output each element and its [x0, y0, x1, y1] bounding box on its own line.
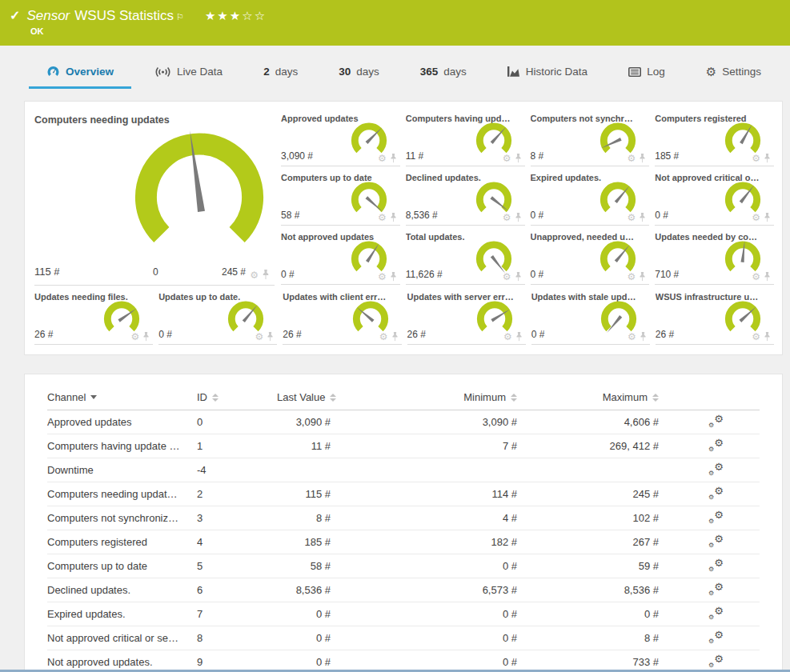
tab-label: Log [647, 66, 665, 78]
column-header-maximum[interactable]: Maximum [531, 386, 673, 410]
channel-name: Approved updates [47, 410, 197, 434]
gauge-tile[interactable]: Updates with stale upd…0 #⚙ [531, 286, 650, 345]
primary-gauge-tile[interactable]: Computers needing updates 115 # 0 245 # … [34, 108, 275, 286]
gauge-tile[interactable]: Computers having upd…11 #⚙ [406, 108, 525, 166]
tile-gear-icon[interactable]: ⚙ [627, 272, 636, 282]
gauge-tile[interactable]: Computers not synchr…8 #⚙ [531, 108, 650, 166]
channel-settings-icon[interactable]: ⚙⚙ [708, 438, 724, 452]
tile-gear-icon[interactable]: ⚙ [627, 154, 636, 163]
gauge-tile[interactable]: Updates up to date.0 #⚙ [158, 286, 277, 345]
table-row: Computers needing updat…2115 #114 #245 #… [47, 482, 760, 506]
gauge-tile[interactable]: Updates with client err…26 #⚙ [283, 286, 401, 345]
gauge-tile[interactable]: Computers up to date58 #⚙ [281, 167, 400, 226]
channel-settings-icon[interactable]: ⚙⚙ [708, 510, 724, 524]
table-row: Computers not synchroniz…38 #4 #102 #⚙⚙ [47, 506, 760, 530]
gauge-tile[interactable]: Not approved updates0 #⚙ [281, 226, 400, 285]
channel-settings-icon[interactable]: ⚙⚙ [708, 630, 724, 644]
tile-pin-icon[interactable] [639, 213, 646, 222]
minimum-value: 3,090 # [345, 410, 531, 434]
tile-pin-icon[interactable] [390, 272, 397, 282]
flag-icon[interactable]: ⚐ [176, 12, 184, 22]
tile-pin-icon[interactable] [142, 332, 150, 342]
tile-gear-icon[interactable]: ⚙ [752, 213, 760, 222]
tab-live-data[interactable]: Live Data [137, 66, 240, 89]
tile-pin-icon[interactable] [390, 213, 397, 222]
gauge-tile[interactable]: Total updates.11,626 #⚙ [406, 226, 525, 285]
column-header-last-value[interactable]: Last Value [277, 386, 345, 410]
column-header-channel[interactable]: Channel [47, 386, 197, 410]
gauge-value: 0 # [281, 269, 295, 280]
tab-historic-data[interactable]: Historic Data [490, 66, 605, 89]
tile-gear-icon[interactable]: ⚙ [752, 272, 760, 282]
tile-gear-icon[interactable]: ⚙ [752, 154, 760, 163]
tab-2-days[interactable]: 2days [246, 66, 315, 89]
gauge-tile[interactable]: Approved updates3,090 #⚙ [281, 108, 400, 166]
tile-gear-icon[interactable]: ⚙ [250, 270, 259, 280]
channel-settings-icon[interactable]: ⚙⚙ [708, 462, 724, 476]
column-header-actions [673, 386, 760, 410]
channel-settings-cell: ⚙⚙ [673, 602, 760, 626]
tile-pin-icon[interactable] [764, 272, 771, 282]
channel-settings-icon[interactable]: ⚙⚙ [708, 414, 724, 428]
gauge-tile[interactable]: Updates with server err…26 #⚙ [407, 286, 526, 345]
tab-30-days[interactable]: 30days [321, 66, 397, 89]
tile-gear-icon[interactable]: ⚙ [130, 332, 139, 342]
tile-gear-icon[interactable]: ⚙ [378, 272, 387, 282]
gauge-tile[interactable]: Declined updates.8,536 #⚙ [406, 167, 525, 226]
channel-settings-icon[interactable]: ⚙⚙ [708, 558, 724, 572]
tile-pin-icon[interactable] [267, 332, 274, 342]
sort-icon [212, 394, 219, 402]
tile-pin-icon[interactable] [764, 154, 771, 163]
tile-pin-icon[interactable] [515, 213, 522, 222]
tile-pin-icon[interactable] [390, 154, 397, 163]
tile-gear-icon[interactable]: ⚙ [752, 332, 760, 342]
tile-pin-icon[interactable] [515, 332, 523, 342]
gauge-tile[interactable]: Updates needing files.26 #⚙ [34, 286, 153, 345]
channel-settings-icon[interactable]: ⚙⚙ [708, 654, 724, 668]
tile-gear-icon[interactable]: ⚙ [503, 332, 512, 342]
star-rating[interactable]: ★★★☆☆ [205, 9, 267, 23]
channel-id: 2 [197, 482, 277, 506]
minimum-value: 0 # [345, 650, 531, 672]
tab-log[interactable]: Log [611, 66, 683, 89]
gauge-tile[interactable]: Updates needed by co…710 #⚙ [655, 226, 774, 285]
tile-pin-icon[interactable] [764, 332, 771, 342]
channels-panel: ChannelIDLast ValueMinimumMaximum Approv… [24, 374, 783, 672]
tile-gear-icon[interactable]: ⚙ [628, 332, 636, 342]
tile-gear-icon[interactable]: ⚙ [378, 154, 387, 163]
tab-365-days[interactable]: 365days [403, 66, 484, 89]
tile-pin-icon[interactable] [639, 154, 646, 163]
tile-pin-icon[interactable] [640, 332, 647, 342]
tile-gear-icon[interactable]: ⚙ [255, 332, 264, 342]
channel-settings-icon[interactable]: ⚙⚙ [708, 582, 724, 596]
gauge-tile[interactable]: Unapproved, needed u…0 #⚙ [531, 226, 650, 285]
tile-gear-icon[interactable]: ⚙ [627, 213, 636, 222]
tile-pin-icon[interactable] [764, 213, 771, 222]
tile-gear-icon[interactable]: ⚙ [503, 213, 511, 222]
gauge-value: 58 # [281, 210, 299, 221]
channel-settings-icon[interactable]: ⚙⚙ [708, 534, 724, 548]
gauge-tile[interactable]: Expired updates.0 #⚙ [531, 167, 650, 226]
gauge-tile[interactable]: Computers registered185 #⚙ [655, 108, 774, 166]
tile-gear-icon[interactable]: ⚙ [378, 213, 387, 222]
page-title: WSUS Statistics [74, 8, 174, 24]
channel-settings-icon[interactable]: ⚙⚙ [708, 486, 724, 500]
tab-overview[interactable]: Overview [29, 66, 131, 89]
minimum-value: 0 # [345, 554, 531, 578]
tile-pin-icon[interactable] [515, 154, 522, 163]
tile-pin-icon[interactable] [262, 270, 270, 280]
tile-gear-icon[interactable]: ⚙ [379, 332, 388, 342]
tile-pin-icon[interactable] [391, 332, 399, 342]
channel-settings-cell: ⚙⚙ [673, 578, 760, 602]
column-header-id[interactable]: ID [197, 386, 277, 410]
tile-pin-icon[interactable] [639, 272, 646, 282]
channel-settings-icon[interactable]: ⚙⚙ [708, 606, 724, 620]
column-header-minimum[interactable]: Minimum [345, 386, 531, 410]
gauge-tile[interactable]: Not approved critical o…0 #⚙ [655, 167, 774, 226]
tile-gear-icon[interactable]: ⚙ [503, 154, 511, 163]
tab-settings[interactable]: ⚙Settings [688, 66, 779, 89]
maximum-value: 102 # [531, 506, 673, 530]
tile-pin-icon[interactable] [515, 272, 522, 282]
gauge-tile[interactable]: WSUS infrastructure u…26 #⚙ [656, 286, 774, 345]
tile-gear-icon[interactable]: ⚙ [503, 272, 511, 282]
